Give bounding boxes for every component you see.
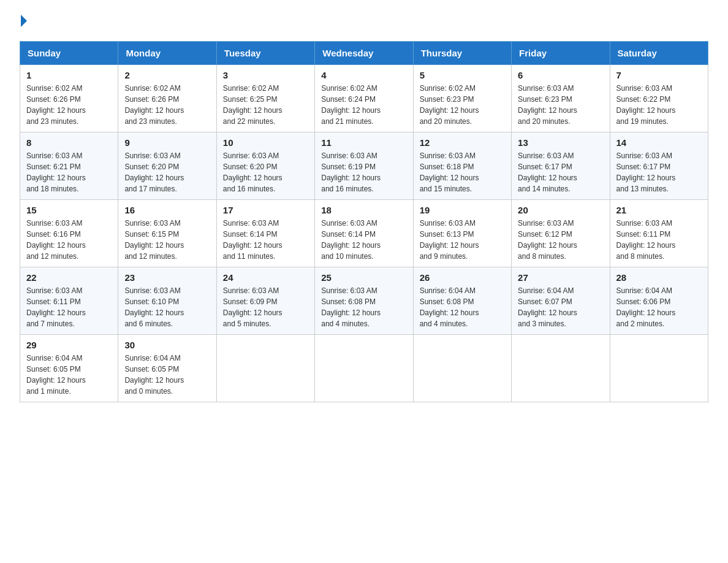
calendar-cell: 18Sunrise: 6:03 AMSunset: 6:14 PMDayligh… bbox=[315, 200, 413, 267]
day-info: Sunrise: 6:03 AMSunset: 6:11 PMDaylight:… bbox=[616, 219, 676, 261]
calendar-cell: 26Sunrise: 6:04 AMSunset: 6:08 PMDayligh… bbox=[413, 267, 511, 335]
calendar-cell: 27Sunrise: 6:04 AMSunset: 6:07 PMDayligh… bbox=[512, 267, 610, 335]
day-number: 24 bbox=[223, 272, 308, 283]
day-number: 15 bbox=[26, 205, 112, 215]
day-number: 30 bbox=[124, 340, 210, 350]
day-info: Sunrise: 6:03 AMSunset: 6:19 PMDaylight:… bbox=[321, 151, 381, 193]
day-info: Sunrise: 6:03 AMSunset: 6:14 PMDaylight:… bbox=[321, 219, 381, 261]
header-wednesday: Wednesday bbox=[315, 42, 413, 65]
day-info: Sunrise: 6:03 AMSunset: 6:11 PMDaylight:… bbox=[26, 286, 86, 328]
day-number: 29 bbox=[26, 340, 112, 350]
day-info: Sunrise: 6:03 AMSunset: 6:23 PMDaylight:… bbox=[518, 84, 577, 126]
calendar-cell bbox=[413, 335, 511, 402]
calendar-cell: 12Sunrise: 6:03 AMSunset: 6:18 PMDayligh… bbox=[413, 132, 511, 200]
day-number: 18 bbox=[321, 205, 406, 215]
calendar-body: 1Sunrise: 6:02 AMSunset: 6:26 PMDaylight… bbox=[20, 65, 708, 402]
calendar-cell: 11Sunrise: 6:03 AMSunset: 6:19 PMDayligh… bbox=[315, 132, 413, 200]
calendar-cell: 20Sunrise: 6:03 AMSunset: 6:12 PMDayligh… bbox=[512, 200, 610, 267]
calendar-cell: 28Sunrise: 6:04 AMSunset: 6:06 PMDayligh… bbox=[610, 267, 708, 335]
day-info: Sunrise: 6:03 AMSunset: 6:15 PMDaylight:… bbox=[124, 219, 184, 261]
calendar-cell: 22Sunrise: 6:03 AMSunset: 6:11 PMDayligh… bbox=[20, 267, 118, 335]
day-number: 21 bbox=[616, 205, 702, 215]
calendar-cell: 5Sunrise: 6:02 AMSunset: 6:23 PMDaylight… bbox=[413, 65, 511, 132]
calendar-cell bbox=[512, 335, 610, 402]
day-info: Sunrise: 6:03 AMSunset: 6:20 PMDaylight:… bbox=[124, 151, 184, 193]
calendar-cell: 17Sunrise: 6:03 AMSunset: 6:14 PMDayligh… bbox=[216, 200, 314, 267]
calendar-cell bbox=[610, 335, 708, 402]
day-info: Sunrise: 6:04 AMSunset: 6:06 PMDaylight:… bbox=[616, 286, 676, 328]
logo-triangle-icon bbox=[21, 15, 27, 27]
day-info: Sunrise: 6:04 AMSunset: 6:07 PMDaylight:… bbox=[518, 286, 577, 328]
calendar-cell: 16Sunrise: 6:03 AMSunset: 6:15 PMDayligh… bbox=[118, 200, 216, 267]
calendar-cell: 23Sunrise: 6:03 AMSunset: 6:10 PMDayligh… bbox=[118, 267, 216, 335]
day-number: 14 bbox=[616, 137, 702, 148]
day-number: 2 bbox=[124, 70, 210, 80]
day-number: 22 bbox=[26, 272, 112, 283]
calendar-cell bbox=[216, 335, 314, 402]
week-row-2: 8Sunrise: 6:03 AMSunset: 6:21 PMDaylight… bbox=[20, 132, 708, 200]
day-number: 6 bbox=[518, 70, 603, 80]
calendar-cell: 1Sunrise: 6:02 AMSunset: 6:26 PMDaylight… bbox=[20, 65, 118, 132]
calendar-cell: 24Sunrise: 6:03 AMSunset: 6:09 PMDayligh… bbox=[216, 267, 314, 335]
logo bbox=[20, 15, 27, 30]
day-info: Sunrise: 6:03 AMSunset: 6:20 PMDaylight:… bbox=[223, 151, 282, 193]
day-info: Sunrise: 6:04 AMSunset: 6:08 PMDaylight:… bbox=[420, 286, 479, 328]
week-row-5: 29Sunrise: 6:04 AMSunset: 6:05 PMDayligh… bbox=[20, 335, 708, 402]
day-number: 12 bbox=[420, 137, 505, 148]
calendar-cell bbox=[315, 335, 413, 402]
day-info: Sunrise: 6:02 AMSunset: 6:26 PMDaylight:… bbox=[26, 84, 86, 126]
day-number: 17 bbox=[223, 205, 308, 215]
calendar-cell: 25Sunrise: 6:03 AMSunset: 6:08 PMDayligh… bbox=[315, 267, 413, 335]
days-row: Sunday Monday Tuesday Wednesday Thursday… bbox=[20, 42, 708, 65]
day-info: Sunrise: 6:03 AMSunset: 6:13 PMDaylight:… bbox=[420, 219, 479, 261]
day-number: 10 bbox=[223, 137, 308, 148]
calendar-cell: 3Sunrise: 6:02 AMSunset: 6:25 PMDaylight… bbox=[216, 65, 314, 132]
calendar-cell: 7Sunrise: 6:03 AMSunset: 6:22 PMDaylight… bbox=[610, 65, 708, 132]
header-sunday: Sunday bbox=[20, 42, 118, 65]
page-header bbox=[20, 15, 708, 30]
day-number: 4 bbox=[321, 70, 406, 80]
calendar-cell: 4Sunrise: 6:02 AMSunset: 6:24 PMDaylight… bbox=[315, 65, 413, 132]
day-number: 20 bbox=[518, 205, 603, 215]
day-info: Sunrise: 6:02 AMSunset: 6:23 PMDaylight:… bbox=[420, 84, 479, 126]
day-info: Sunrise: 6:03 AMSunset: 6:08 PMDaylight:… bbox=[321, 286, 381, 328]
day-info: Sunrise: 6:03 AMSunset: 6:18 PMDaylight:… bbox=[420, 151, 479, 193]
calendar-cell: 8Sunrise: 6:03 AMSunset: 6:21 PMDaylight… bbox=[20, 132, 118, 200]
calendar-cell: 21Sunrise: 6:03 AMSunset: 6:11 PMDayligh… bbox=[610, 200, 708, 267]
day-number: 23 bbox=[124, 272, 210, 283]
header-monday: Monday bbox=[118, 42, 216, 65]
calendar-cell: 10Sunrise: 6:03 AMSunset: 6:20 PMDayligh… bbox=[216, 132, 314, 200]
day-info: Sunrise: 6:03 AMSunset: 6:22 PMDaylight:… bbox=[616, 84, 676, 126]
day-info: Sunrise: 6:02 AMSunset: 6:24 PMDaylight:… bbox=[321, 84, 381, 126]
day-info: Sunrise: 6:02 AMSunset: 6:25 PMDaylight:… bbox=[223, 84, 282, 126]
day-info: Sunrise: 6:02 AMSunset: 6:26 PMDaylight:… bbox=[124, 84, 184, 126]
day-number: 3 bbox=[223, 70, 308, 80]
day-number: 8 bbox=[26, 137, 112, 148]
day-number: 26 bbox=[420, 272, 505, 283]
day-number: 27 bbox=[518, 272, 603, 283]
day-number: 16 bbox=[124, 205, 210, 215]
day-info: Sunrise: 6:03 AMSunset: 6:14 PMDaylight:… bbox=[223, 219, 282, 261]
header-friday: Friday bbox=[512, 42, 610, 65]
calendar-cell: 19Sunrise: 6:03 AMSunset: 6:13 PMDayligh… bbox=[413, 200, 511, 267]
header-thursday: Thursday bbox=[413, 42, 511, 65]
calendar-cell: 13Sunrise: 6:03 AMSunset: 6:17 PMDayligh… bbox=[512, 132, 610, 200]
calendar-cell: 14Sunrise: 6:03 AMSunset: 6:17 PMDayligh… bbox=[610, 132, 708, 200]
day-number: 28 bbox=[616, 272, 702, 283]
calendar-cell: 6Sunrise: 6:03 AMSunset: 6:23 PMDaylight… bbox=[512, 65, 610, 132]
day-info: Sunrise: 6:04 AMSunset: 6:05 PMDaylight:… bbox=[124, 354, 184, 396]
calendar-cell: 15Sunrise: 6:03 AMSunset: 6:16 PMDayligh… bbox=[20, 200, 118, 267]
day-info: Sunrise: 6:03 AMSunset: 6:17 PMDaylight:… bbox=[518, 151, 577, 193]
header-tuesday: Tuesday bbox=[216, 42, 314, 65]
day-info: Sunrise: 6:03 AMSunset: 6:21 PMDaylight:… bbox=[26, 151, 86, 193]
header-saturday: Saturday bbox=[610, 42, 708, 65]
calendar-header: Sunday Monday Tuesday Wednesday Thursday… bbox=[20, 42, 708, 65]
day-info: Sunrise: 6:04 AMSunset: 6:05 PMDaylight:… bbox=[26, 354, 86, 396]
day-info: Sunrise: 6:03 AMSunset: 6:09 PMDaylight:… bbox=[223, 286, 282, 328]
day-number: 7 bbox=[616, 70, 702, 80]
day-number: 5 bbox=[420, 70, 505, 80]
week-row-4: 22Sunrise: 6:03 AMSunset: 6:11 PMDayligh… bbox=[20, 267, 708, 335]
day-info: Sunrise: 6:03 AMSunset: 6:10 PMDaylight:… bbox=[124, 286, 184, 328]
day-number: 9 bbox=[124, 137, 210, 148]
calendar-cell: 30Sunrise: 6:04 AMSunset: 6:05 PMDayligh… bbox=[118, 335, 216, 402]
